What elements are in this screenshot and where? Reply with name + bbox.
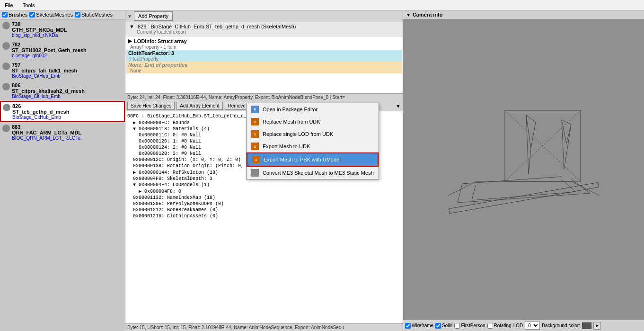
asset-item-797[interactable]: 797 ST_citprs_tali_talk1_mesh BioStage_C… [0, 60, 125, 81]
properties-panel: ▶ LODInfo: Struct array ArrayProperty - … [125, 36, 403, 93]
add-property-button[interactable]: Add Property [134, 11, 173, 21]
skeletal-filter[interactable]: SkeletalMeshes [29, 12, 73, 18]
asset-text-797: 797 ST_citprs_tali_talk1_mesh BioStage_C… [12, 62, 77, 79]
export-header: ▼ 826 : BioStage_CitHub_Emb.ST_teb_gethp… [125, 22, 403, 36]
binary-text-9: 0x000004F0: SkeletalDepth: 3 [133, 176, 212, 181]
asset-text-826: 826 ST_teb_gethp_d_mesh BioStage_CitHub_… [12, 103, 69, 120]
binary-line-13[interactable]: 0x0000120E: PerPolyBoneKDOPs (0) [127, 201, 401, 207]
context-menu: P Open in Package Editor U Replace Mesh … [246, 103, 379, 179]
ctx-open-package[interactable]: P Open in Package Editor [247, 103, 379, 116]
rotating-checkbox[interactable] [487, 323, 493, 329]
binary-line-15[interactable]: 0x00001216: ClothingAssets (0) [127, 213, 401, 219]
skeletal-checkbox[interactable] [29, 12, 35, 18]
tools-menu[interactable]: Tools [20, 1, 38, 9]
viewport-canvas[interactable] [403, 19, 644, 320]
binary-line-14[interactable]: 0x00001212: BoneBreakNames (0) [127, 207, 401, 213]
viewport-title: Camera info [413, 12, 443, 18]
ctx-replace-lod[interactable]: U Replace single LOD from UDK [247, 128, 379, 140]
asset-package-883: BIOG_QRN_ARM_LGT_R.LGTa [12, 135, 81, 141]
svg-line-5 [458, 184, 462, 203]
wireframe-checkbox[interactable] [405, 323, 411, 329]
ctx-replace-mesh-label: Replace Mesh from UDK [263, 119, 320, 125]
static-filter[interactable]: StaticMeshes [75, 12, 113, 18]
binary-text-2: 0x0000011C: 0: #0 Null [139, 133, 201, 138]
asset-fullname-782: ST_GTH002_Post_Geth_mesh [12, 47, 87, 53]
skeletal-label: SkeletalMeshes [36, 12, 73, 18]
svg-line-20 [564, 125, 571, 170]
udk-icon-1: U [251, 118, 259, 125]
status-bar-top: Byte: 24, Int: 24, Float: 3.363116E-44, … [125, 93, 403, 101]
solid-toggle[interactable]: Solid [435, 323, 452, 329]
context-menu-overlay: P Open in Package Editor U Replace Mesh … [246, 103, 379, 179]
binary-arrow-8: ▶ [133, 170, 136, 175]
asset-fullname-797: ST_citprs_tali_talk1_mesh [12, 68, 77, 73]
ctx-convert-mesh[interactable]: Convert ME3 Skeletal Mesh to ME3 Static … [247, 167, 379, 179]
firstperson-checkbox[interactable] [454, 323, 460, 329]
brushes-filter[interactable]: Brushes [2, 12, 27, 18]
export-header-line: ▼ 826 : BioStage_CitHub_Emb.ST_teb_gethp… [129, 24, 399, 29]
asset-item-826[interactable]: 826 ST_teb_gethp_d_mesh BioStage_CitHub_… [0, 101, 125, 122]
menu-bar: File Tools [0, 0, 644, 10]
brushes-checkbox[interactable] [2, 12, 8, 18]
asset-list: 738 GTH_STP_NKDa_MDL biog_stp_nkd_r.NKDa… [0, 19, 125, 331]
binary-arrow-0: ▶ [133, 120, 136, 125]
asset-icon-738 [2, 22, 10, 29]
viewport-options-button[interactable]: ▶ [593, 322, 601, 330]
add-array-button[interactable]: Add Array Element [176, 102, 222, 110]
ctx-export-psk[interactable]: U Export Mesh to PSK with UModel [247, 152, 379, 167]
viewport-collapse-arrow[interactable]: ▼ [406, 12, 411, 18]
asset-text-806: 806 ST_citprs_khalisah2_d_mesh BioStage_… [12, 82, 85, 99]
status-text-bottom: Byte: 15, UShort: 15, Int: 15, Float: 2.… [127, 325, 344, 330]
binary-text-14: 0x00001212: BoneBreakNames (0) [133, 207, 218, 213]
asset-name-826: 826 [12, 103, 69, 109]
binary-line-10[interactable]: ▼ 0x000004F4: LODModels (1) [127, 182, 401, 188]
binary-line-12[interactable]: 0x00001132: NameIndexMap (18) [127, 195, 401, 201]
convert-icon [251, 169, 259, 177]
asset-package-806: BioStage_CitHub_Emb [12, 94, 85, 99]
asset-package-738: biog_stp_nkd_r.NKDa [12, 33, 67, 38]
asset-fullname-738: GTH_STP_NKDa_MDL [12, 27, 67, 33]
wireframe-label: Wireframe [412, 323, 433, 328]
asset-item-782[interactable]: 782 ST_GTH002_Post_Geth_mesh biostage_gt… [0, 40, 125, 60]
prop-subtext-cloth: FloatProperty [126, 56, 402, 62]
lod-label: LOD [513, 323, 523, 328]
firstperson-toggle[interactable]: FirstPerson [454, 323, 485, 329]
asset-item-738[interactable]: 738 GTH_STP_NKDa_MDL biog_stp_nkd_r.NKDa [0, 19, 125, 40]
solid-checkbox[interactable] [435, 323, 441, 329]
binary-arrow-1: ▼ [133, 126, 136, 132]
ctx-replace-mesh[interactable]: U Replace Mesh from UDK [247, 116, 379, 128]
ctx-open-package-label: Open in Package Editor [263, 107, 318, 112]
export-num: 826 [138, 24, 146, 29]
asset-icon-782 [2, 42, 10, 50]
static-checkbox[interactable] [75, 12, 80, 18]
udk-icon-3: U [251, 143, 259, 150]
asset-package-826: BioStage_CitHub_Emb [12, 115, 69, 120]
svg-line-1 [448, 181, 476, 196]
wireframe-svg [434, 87, 614, 252]
file-menu[interactable]: File [2, 1, 16, 9]
ctx-convert-mesh-label: Convert ME3 Skeletal Mesh to ME3 Static … [263, 170, 374, 176]
bg-color-swatch[interactable] [582, 322, 591, 329]
asset-name-806: 806 [12, 82, 85, 88]
panel-collapse-arrow[interactable]: ▼ [127, 14, 132, 19]
export-arrow: ▼ [129, 24, 134, 29]
wireframe-toggle[interactable]: Wireframe [405, 323, 433, 329]
udk-icon-2: U [251, 130, 259, 138]
asset-fullname-806: ST_citprs_khalisah2_d_mesh [12, 88, 85, 94]
asset-item-883[interactable]: 883 QRN_FAC_ARM_LGTa_MDL BIOG_QRN_ARM_LG… [0, 122, 125, 143]
save-hex-button[interactable]: Save Hex Changes [127, 102, 175, 110]
binary-text-3: 0x00000120: 1: #0 Null [139, 139, 201, 144]
asset-name-782: 782 [12, 42, 87, 47]
prop-row-cloth: ClothTearFactor: 3 [126, 50, 402, 56]
lod-select[interactable]: 0 1 2 [525, 322, 540, 330]
svg-line-12 [531, 122, 536, 148]
bottom-status: Byte: 15, UShort: 15, Int: 15, Float: 2.… [125, 323, 403, 331]
asset-item-806[interactable]: 806 ST_citprs_khalisah2_d_mesh BioStage_… [0, 81, 125, 101]
asset-icon-826 [3, 104, 10, 111]
binary-text-8: 0x00000144: RefSkeleton (18) [139, 170, 218, 175]
ctx-export-psk-label: Export Mesh to PSK with UModel [264, 157, 341, 162]
binary-text-11: 0x000004F8: 0 [144, 189, 181, 194]
rotating-toggle[interactable]: Rotating [487, 323, 512, 329]
ctx-export-mesh[interactable]: U Export Mesh to UDK [247, 140, 379, 152]
binary-line-11[interactable]: ▶ 0x000004F8: 0 [127, 188, 401, 195]
